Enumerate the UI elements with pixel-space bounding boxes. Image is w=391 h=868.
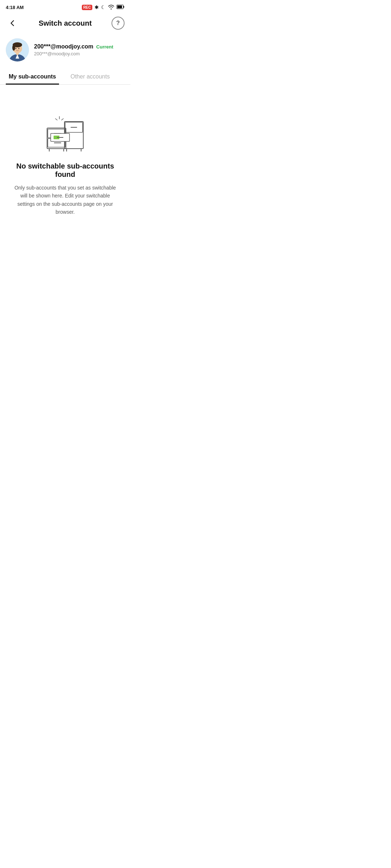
wifi-icon	[108, 4, 114, 10]
user-email-secondary: 200***@moodjoy.com	[34, 51, 113, 56]
current-badge: Current	[96, 44, 113, 50]
help-button[interactable]: ?	[112, 17, 125, 30]
empty-state: No switchable sub-accounts found Only su…	[0, 85, 130, 228]
svg-point-9	[12, 45, 15, 51]
moon-icon: ☾	[101, 4, 106, 10]
bluetooth-icon: ✱	[94, 4, 99, 10]
user-profile: 200***@moodjoy.com Current 200***@moodjo…	[0, 34, 130, 69]
tab-other-accounts[interactable]: Other accounts	[68, 69, 113, 85]
svg-rect-1	[123, 6, 125, 8]
user-email-primary: 200***@moodjoy.com	[34, 43, 93, 50]
svg-point-11	[18, 48, 20, 49]
tabs-container: My sub-accounts Other accounts	[0, 69, 130, 85]
user-info: 200***@moodjoy.com Current 200***@moodjo…	[34, 43, 113, 56]
avatar	[6, 38, 29, 61]
status-bar: 4:18 AM REC ✱ ☾	[0, 0, 130, 13]
empty-illustration	[43, 114, 87, 153]
svg-rect-2	[117, 5, 122, 8]
battery-icon	[117, 4, 125, 10]
empty-description: Only sub-accounts that you set as switch…	[12, 184, 119, 216]
back-button[interactable]	[6, 17, 19, 30]
status-icons: REC ✱ ☾	[82, 4, 125, 10]
user-email-row: 200***@moodjoy.com Current	[34, 43, 113, 50]
status-time: 4:18 AM	[6, 5, 24, 10]
header: Switch account ?	[0, 13, 130, 34]
page-title: Switch account	[19, 19, 112, 27]
tab-my-sub-accounts[interactable]: My sub-accounts	[6, 69, 59, 85]
svg-line-24	[55, 119, 57, 120]
rec-icon: REC	[82, 5, 92, 10]
svg-point-10	[16, 48, 17, 49]
svg-line-25	[62, 119, 63, 120]
empty-title: No switchable sub-accounts found	[12, 162, 119, 179]
